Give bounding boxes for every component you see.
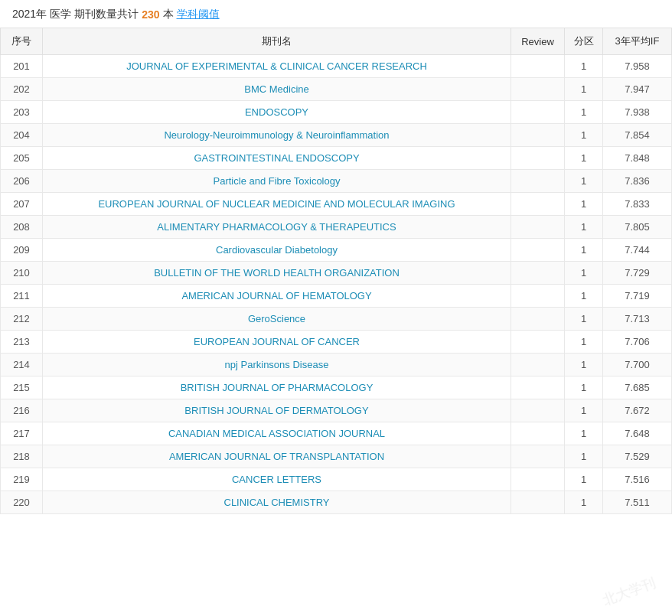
cell-journal-name[interactable]: EUROPEAN JOURNAL OF NUCLEAR MEDICINE AND…: [43, 193, 511, 216]
cell-journal-name[interactable]: ALIMENTARY PHARMACOLOGY & THERAPEUTICS: [43, 216, 511, 239]
cell-journal-name[interactable]: AMERICAN JOURNAL OF TRANSPLANTATION: [43, 445, 511, 468]
cell-zone: 1: [565, 399, 603, 422]
cell-zone: 1: [565, 308, 603, 331]
cell-review: [511, 101, 565, 124]
cell-review: [511, 331, 565, 354]
cell-seq: 205: [1, 147, 43, 170]
cell-seq: 216: [1, 399, 43, 422]
cell-if: 7.836: [603, 170, 672, 193]
cell-zone: 1: [565, 422, 603, 445]
table-row: 218AMERICAN JOURNAL OF TRANSPLANTATION17…: [1, 445, 672, 468]
col-header-name: 期刊名: [43, 28, 511, 55]
header-link[interactable]: 学科阈值: [177, 8, 220, 21]
cell-seq: 207: [1, 193, 43, 216]
cell-journal-name[interactable]: JOURNAL OF EXPERIMENTAL & CLINICAL CANCE…: [43, 55, 511, 78]
cell-review: [511, 285, 565, 308]
table-body: 201JOURNAL OF EXPERIMENTAL & CLINICAL CA…: [1, 55, 672, 514]
cell-zone: 1: [565, 354, 603, 376]
cell-review: [511, 445, 565, 468]
cell-seq: 201: [1, 55, 43, 78]
table-header: 序号 期刊名 Review 分区 3年平均IF: [1, 28, 672, 55]
cell-if: 7.729: [603, 262, 672, 285]
cell-review: [511, 147, 565, 170]
cell-review: [511, 468, 565, 491]
cell-if: 7.529: [603, 445, 672, 468]
cell-seq: 204: [1, 124, 43, 147]
cell-journal-name[interactable]: CANCER LETTERS: [43, 468, 511, 491]
table-row: 203ENDOSCOPY17.938: [1, 101, 672, 124]
cell-journal-name[interactable]: BMC Medicine: [43, 78, 511, 101]
cell-zone: 1: [565, 285, 603, 308]
table-row: 208ALIMENTARY PHARMACOLOGY & THERAPEUTIC…: [1, 216, 672, 239]
table-row: 217CANADIAN MEDICAL ASSOCIATION JOURNAL1…: [1, 422, 672, 445]
cell-journal-name[interactable]: CANADIAN MEDICAL ASSOCIATION JOURNAL: [43, 422, 511, 445]
cell-journal-name[interactable]: Particle and Fibre Toxicology: [43, 170, 511, 193]
cell-if: 7.854: [603, 124, 672, 147]
cell-if: 7.938: [603, 101, 672, 124]
journal-table: 序号 期刊名 Review 分区 3年平均IF 201JOURNAL OF EX…: [0, 28, 672, 514]
cell-journal-name[interactable]: GASTROINTESTINAL ENDOSCOPY: [43, 147, 511, 170]
cell-seq: 215: [1, 376, 43, 399]
cell-seq: 203: [1, 101, 43, 124]
cell-zone: 1: [565, 468, 603, 491]
cell-zone: 1: [565, 445, 603, 468]
table-row: 207EUROPEAN JOURNAL OF NUCLEAR MEDICINE …: [1, 193, 672, 216]
cell-journal-name[interactable]: AMERICAN JOURNAL OF HEMATOLOGY: [43, 285, 511, 308]
cell-if: 7.648: [603, 422, 672, 445]
cell-seq: 202: [1, 78, 43, 101]
cell-journal-name[interactable]: CLINICAL CHEMISTRY: [43, 491, 511, 514]
table-row: 211AMERICAN JOURNAL OF HEMATOLOGY17.719: [1, 285, 672, 308]
cell-review: [511, 124, 565, 147]
col-header-if: 3年平均IF: [603, 28, 672, 55]
cell-zone: 1: [565, 262, 603, 285]
col-header-seq: 序号: [1, 28, 43, 55]
cell-zone: 1: [565, 491, 603, 514]
header-prefix: 期刊数量共计: [74, 8, 139, 21]
cell-seq: 217: [1, 422, 43, 445]
col-header-zone: 分区: [565, 28, 603, 55]
cell-seq: 213: [1, 331, 43, 354]
cell-journal-name[interactable]: BRITISH JOURNAL OF DERMATOLOGY: [43, 399, 511, 422]
cell-journal-name[interactable]: ENDOSCOPY: [43, 101, 511, 124]
cell-seq: 218: [1, 445, 43, 468]
cell-zone: 1: [565, 55, 603, 78]
header-count: 230: [142, 8, 159, 21]
cell-zone: 1: [565, 124, 603, 147]
cell-if: 7.516: [603, 468, 672, 491]
table-row: 204Neurology-Neuroimmunology & Neuroinfl…: [1, 124, 672, 147]
table-row: 215BRITISH JOURNAL OF PHARMACOLOGY17.685: [1, 376, 672, 399]
cell-review: [511, 193, 565, 216]
cell-review: [511, 239, 565, 262]
table-row: 201JOURNAL OF EXPERIMENTAL & CLINICAL CA…: [1, 55, 672, 78]
cell-journal-name[interactable]: Cardiovascular Diabetology: [43, 239, 511, 262]
cell-journal-name[interactable]: Neurology-Neuroimmunology & Neuroinflamm…: [43, 124, 511, 147]
cell-seq: 212: [1, 308, 43, 331]
table-row: 202BMC Medicine17.947: [1, 78, 672, 101]
cell-review: [511, 491, 565, 514]
cell-seq: 206: [1, 170, 43, 193]
cell-review: [511, 399, 565, 422]
cell-journal-name[interactable]: EUROPEAN JOURNAL OF CANCER: [43, 331, 511, 354]
cell-review: [511, 308, 565, 331]
cell-zone: 1: [565, 170, 603, 193]
table-row: 214npj Parkinsons Disease17.700: [1, 354, 672, 376]
cell-journal-name[interactable]: GeroScience: [43, 308, 511, 331]
cell-zone: 1: [565, 239, 603, 262]
cell-if: 7.706: [603, 331, 672, 354]
cell-review: [511, 216, 565, 239]
cell-if: 7.719: [603, 285, 672, 308]
page-header: 2021年 医学 期刊数量共计 230 本 学科阈值: [0, 0, 672, 28]
cell-zone: 1: [565, 78, 603, 101]
cell-journal-name[interactable]: BRITISH JOURNAL OF PHARMACOLOGY: [43, 376, 511, 399]
cell-review: [511, 78, 565, 101]
table-row: 220CLINICAL CHEMISTRY17.511: [1, 491, 672, 514]
table-row: 205GASTROINTESTINAL ENDOSCOPY17.848: [1, 147, 672, 170]
header-year: 2021年: [12, 8, 47, 21]
cell-seq: 210: [1, 262, 43, 285]
cell-journal-name[interactable]: npj Parkinsons Disease: [43, 354, 511, 376]
header-subject: 医学: [50, 8, 71, 21]
cell-if: 7.947: [603, 78, 672, 101]
cell-journal-name[interactable]: BULLETIN OF THE WORLD HEALTH ORGANIZATIO…: [43, 262, 511, 285]
table-row: 210BULLETIN OF THE WORLD HEALTH ORGANIZA…: [1, 262, 672, 285]
cell-seq: 219: [1, 468, 43, 491]
